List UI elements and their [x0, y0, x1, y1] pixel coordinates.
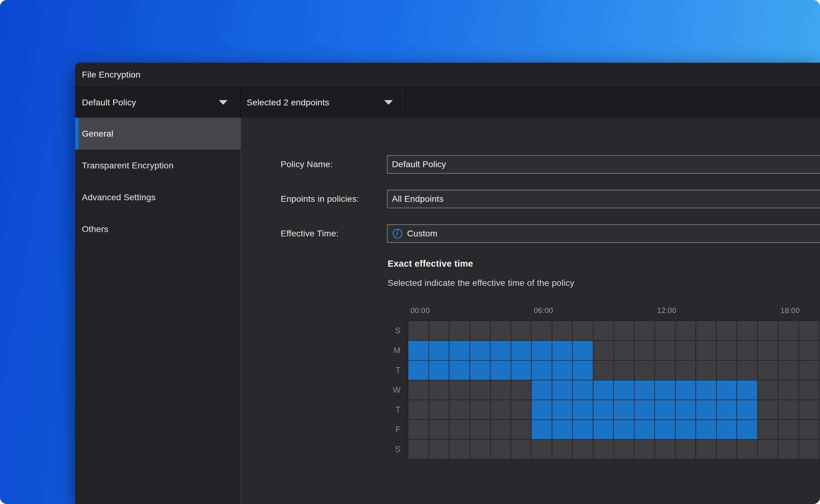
schedule-cell[interactable]	[778, 341, 798, 360]
schedule-cell[interactable]	[737, 321, 757, 340]
schedule-cell[interactable]	[429, 440, 449, 459]
schedule-cell[interactable]	[778, 380, 798, 400]
schedule-cell[interactable]	[552, 420, 572, 439]
schedule-cell[interactable]	[573, 361, 593, 380]
schedule-cell[interactable]	[778, 420, 798, 439]
effective-time-picker[interactable]: Custom	[387, 224, 820, 243]
schedule-cell[interactable]	[511, 400, 531, 419]
schedule-cell[interactable]	[573, 420, 593, 439]
schedule-cell[interactable]	[470, 440, 490, 459]
schedule-cell[interactable]	[470, 321, 490, 340]
schedule-cell[interactable]	[676, 380, 696, 400]
schedule-cell[interactable]	[449, 400, 469, 419]
schedule-cell[interactable]	[799, 380, 819, 400]
schedule-cell[interactable]	[676, 400, 696, 419]
schedule-cell[interactable]	[758, 361, 778, 380]
schedule-cell[interactable]	[511, 440, 531, 459]
schedule-cell[interactable]	[696, 321, 716, 340]
schedule-cell[interactable]	[799, 341, 819, 360]
sidebar-item-general[interactable]: General	[75, 118, 240, 150]
policy-dropdown[interactable]: Default Policy	[75, 87, 241, 118]
schedule-cell[interactable]	[593, 380, 614, 400]
schedule-cell[interactable]	[758, 440, 778, 459]
schedule-cell[interactable]	[491, 341, 511, 360]
schedule-cell[interactable]	[635, 380, 655, 400]
schedule-cell[interactable]	[717, 420, 737, 439]
schedule-cell[interactable]	[676, 440, 696, 459]
schedule-cell[interactable]	[491, 420, 511, 439]
sidebar-item-advanced-settings[interactable]: Advanced Settings	[75, 181, 240, 213]
schedule-cell[interactable]	[635, 321, 655, 340]
schedule-cell[interactable]	[573, 341, 593, 360]
schedule-cell[interactable]	[676, 341, 696, 360]
schedule-cell[interactable]	[614, 380, 634, 400]
schedule-cell[interactable]	[635, 440, 655, 459]
schedule-cell[interactable]	[573, 321, 593, 340]
schedule-cell[interactable]	[799, 420, 819, 439]
schedule-cell[interactable]	[758, 400, 778, 419]
schedule-cell[interactable]	[552, 400, 572, 419]
sidebar-item-transparent-encryption[interactable]: Transparent Encryption	[75, 150, 240, 181]
schedule-cell[interactable]	[676, 420, 696, 439]
schedule-cell[interactable]	[778, 400, 798, 419]
schedule-cell[interactable]	[511, 380, 531, 400]
schedule-cell[interactable]	[676, 361, 696, 380]
schedule-cell[interactable]	[491, 361, 511, 380]
schedule-cell[interactable]	[737, 440, 757, 459]
schedule-cell[interactable]	[635, 400, 655, 419]
schedule-cell[interactable]	[532, 380, 552, 400]
schedule-cell[interactable]	[614, 420, 634, 439]
schedule-cell[interactable]	[593, 361, 614, 380]
schedule-cell[interactable]	[429, 400, 449, 419]
schedule-cell[interactable]	[491, 440, 511, 459]
schedule-cell[interactable]	[449, 440, 469, 459]
schedule-cell[interactable]	[655, 440, 675, 459]
schedule-cell[interactable]	[737, 380, 757, 400]
schedule-cell[interactable]	[655, 321, 675, 340]
schedule-cell[interactable]	[593, 420, 614, 439]
schedule-cell[interactable]	[552, 321, 572, 340]
schedule-cell[interactable]	[635, 420, 655, 439]
schedule-cell[interactable]	[552, 440, 572, 459]
schedule-cell[interactable]	[758, 321, 778, 340]
schedule-cell[interactable]	[470, 400, 490, 419]
schedule-cell[interactable]	[532, 341, 552, 360]
schedule-cell[interactable]	[655, 380, 675, 400]
schedule-cell[interactable]	[696, 361, 716, 380]
schedule-cell[interactable]	[778, 321, 798, 340]
schedule-cell[interactable]	[737, 400, 757, 419]
schedule-cell[interactable]	[573, 400, 593, 419]
schedule-cell[interactable]	[635, 361, 655, 380]
schedule-cell[interactable]	[470, 341, 490, 360]
schedule-cell[interactable]	[532, 420, 552, 439]
schedule-cell[interactable]	[429, 361, 449, 380]
schedule-cell[interactable]	[470, 361, 490, 380]
schedule-cell[interactable]	[655, 400, 675, 419]
schedule-cell[interactable]	[737, 341, 757, 360]
schedule-cell[interactable]	[408, 400, 428, 419]
schedule-cell[interactable]	[655, 341, 675, 360]
schedule-cell[interactable]	[408, 321, 428, 340]
schedule-cell[interactable]	[696, 420, 716, 439]
schedule-cell[interactable]	[717, 380, 737, 400]
schedule-cell[interactable]	[614, 440, 634, 459]
schedule-cell[interactable]	[573, 440, 593, 459]
schedule-cell[interactable]	[511, 341, 531, 360]
schedule-cell[interactable]	[511, 420, 531, 439]
schedule-cell[interactable]	[717, 341, 737, 360]
schedule-cell[interactable]	[429, 321, 449, 340]
schedule-cell[interactable]	[758, 420, 778, 439]
schedule-cell[interactable]	[449, 380, 469, 400]
schedule-cell[interactable]	[655, 420, 675, 439]
schedule-cell[interactable]	[696, 380, 716, 400]
schedule-cell[interactable]	[799, 400, 819, 419]
schedule-cell[interactable]	[470, 420, 490, 439]
schedule-cell[interactable]	[696, 341, 716, 360]
schedule-cell[interactable]	[408, 361, 428, 380]
schedule-cell[interactable]	[532, 361, 552, 380]
schedule-cell[interactable]	[655, 361, 675, 380]
schedule-cell[interactable]	[449, 321, 469, 340]
schedule-cell[interactable]	[449, 420, 469, 439]
schedule-cell[interactable]	[758, 341, 778, 360]
schedule-cell[interactable]	[408, 440, 428, 459]
